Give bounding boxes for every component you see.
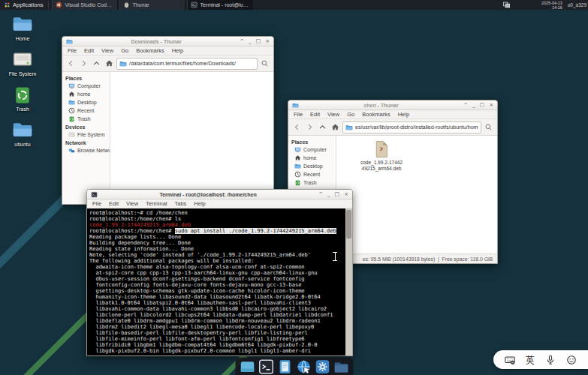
sidebar-item-home[interactable]: home [288,154,336,162]
home-button[interactable] [104,58,115,69]
close-button[interactable]: × [265,38,270,45]
taskbar-button-label: Terminal - root@localho... [200,2,249,8]
close-button[interactable]: × [344,191,348,198]
sidebar-item-home[interactable]: home [62,90,110,98]
menu-item-go[interactable]: Go [343,111,358,118]
minimize-button[interactable]: _ [472,102,475,109]
keyboard-icon[interactable] [505,355,515,365]
taskbar-button-2[interactable]: Thunar [119,0,185,10]
terminal-launcher-button[interactable] [258,359,273,374]
menu-item-tabs[interactable]: Tabs [171,200,191,207]
text-editor-launcher-button[interactable] [277,359,292,374]
minimize-button[interactable]: _ [249,38,252,45]
file-manager-launcher-button[interactable] [333,359,348,374]
terminal-window-controls: ^_□× [318,191,348,198]
windows-tray-icon[interactable] [502,1,511,9]
minimize-button[interactable]: _ [327,191,330,198]
chen-toolbar: es/usr/var/lib/proot-distro/installed-ro… [288,119,497,136]
sidebar-item-file-system[interactable]: File System [62,130,110,139]
shade-button[interactable]: ^ [240,38,244,45]
chen-titlebar[interactable]: chen - Thunar ^_□× [288,100,497,110]
taskbar-button-1[interactable]: Visual Studio Code - Co... [52,0,118,10]
close-button[interactable]: × [489,102,493,109]
applications-icon [4,2,11,8]
applications-label: Applications [13,2,43,8]
search-button[interactable] [483,122,494,133]
back-icon [293,123,301,131]
menu-item-file[interactable]: File [290,111,306,118]
terminal-scrollbar[interactable] [345,208,352,356]
chen-file-area[interactable]: code_1.99.2-17442 49215_arm64.deb [336,136,497,254]
maximize-button[interactable]: □ [480,102,485,109]
menu-item-file[interactable]: File [89,200,105,207]
web-browser-launcher-button[interactable] [296,359,311,374]
terminal-scrollbar-thumb[interactable] [346,210,351,238]
terminal-output[interactable]: root@localhost:~# cd /home/chenroot@loca… [87,208,352,356]
ime-language-toggle[interactable]: 英 [526,355,535,365]
up-button[interactable] [317,122,328,133]
back-button[interactable] [65,58,77,69]
chen-status-text: es: 95.5 MiB (100143918 bytes) | Free sp… [363,256,493,262]
maximize-button[interactable]: □ [335,191,340,198]
menu-item-edit[interactable]: Edit [105,200,122,207]
search-button[interactable] [259,58,270,69]
menu-item-help[interactable]: Help [190,200,209,207]
menu-item-edit[interactable]: Edit [80,47,98,54]
forward-button[interactable] [78,58,89,69]
terminal-titlebar[interactable]: Terminal - root@localhost: /home/chen ^_… [87,190,352,200]
sidebar-item-desktop[interactable]: Desktop [288,162,336,170]
microphone-icon[interactable] [545,355,556,365]
emoji-icon[interactable] [566,355,577,365]
desktop-icon-file-system[interactable]: File System [2,49,44,76]
network-icon [68,147,75,154]
desktop-icon-ubuntu[interactable]: ubuntu [2,119,44,147]
downloads-file-area[interactable] [110,72,273,204]
forward-button[interactable] [304,122,315,133]
menu-item-go[interactable]: Go [117,47,132,54]
terminal-dock-icon [258,359,273,374]
desktop-icon-home[interactable]: Home [2,14,44,41]
menu-item-view[interactable]: View [122,200,142,207]
back-button[interactable] [291,122,303,133]
clock[interactable]: 2025-04-13 14:16 [541,1,562,10]
downloads-window-controls: ^_□× [240,38,270,45]
shade-button[interactable]: ^ [318,191,323,198]
show-desktop-button[interactable] [240,359,255,374]
sidebar-item-trash[interactable]: Trash [288,178,336,187]
shade-button[interactable]: ^ [463,102,468,109]
sidebar-item-computer[interactable]: Computer [288,146,336,154]
menu-item-help[interactable]: Help [168,47,187,54]
maximize-button[interactable]: □ [256,38,261,45]
menu-item-help[interactable]: Help [394,111,413,118]
menu-item-view[interactable]: View [98,47,117,54]
terminal-line-23: libfribidi0 libgbm1 libgdbm-compat4t64 l… [89,342,350,348]
sidebar-item-recent[interactable]: Recent [62,106,110,115]
sidebar-item-browse-network[interactable]: Browse Network [62,146,110,154]
menu-item-file[interactable]: File [64,47,80,54]
show-desktop-icon [240,359,255,374]
sidebar-item-trash[interactable]: Trash [62,115,110,123]
downloads-path-field[interactable]: /data/data/com.termux/files/home/Downloa… [116,58,258,70]
downloads-titlebar[interactable]: Downloads - Thunar ^_□× [62,37,273,46]
desktop-icon-trash[interactable]: Trash [2,84,44,112]
menu-item-terminal[interactable]: Terminal [142,200,170,207]
menu-item-bookmarks[interactable]: Bookmarks [358,111,394,118]
chen-path-field[interactable]: es/usr/var/lib/proot-distro/installed-ro… [342,122,481,134]
browser-icon [296,359,311,374]
deb-file-item[interactable]: code_1.99.2-17442 49215_arm64.deb [357,139,406,171]
menu-item-bookmarks[interactable]: Bookmarks [132,47,168,54]
settings-launcher-button[interactable] [315,359,330,374]
menu-item-view[interactable]: View [324,111,343,118]
terminal-line-13: fontconfig-config fonts-dejavu-core font… [89,282,350,288]
home-button[interactable] [330,122,341,133]
applications-menu-button[interactable]: Applications [0,0,47,10]
desktop-icon-label: File System [9,71,37,76]
taskbar-button-3[interactable]: Terminal - root@localho... [187,0,253,10]
sidebar-section-network: Network [62,139,110,146]
sidebar-item-computer[interactable]: Computer [62,82,110,90]
sidebar-item-recent[interactable]: Recent [288,170,336,178]
sidebar-item-desktop[interactable]: Desktop [62,98,110,106]
search-icon [484,123,493,131]
menu-item-edit[interactable]: Edit [306,111,324,118]
up-button[interactable] [91,58,102,69]
